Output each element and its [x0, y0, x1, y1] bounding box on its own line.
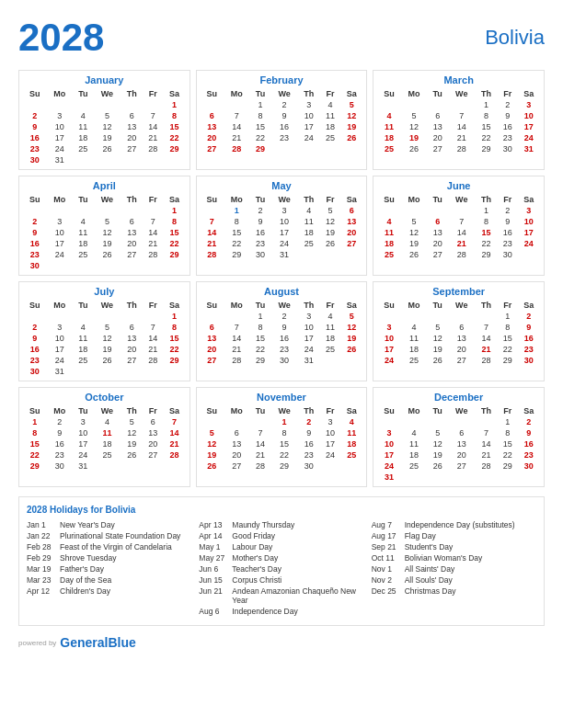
- cal-day: 5: [340, 99, 362, 110]
- cal-day: [401, 205, 428, 216]
- cal-day: 7: [448, 216, 475, 227]
- cal-day: 4: [340, 416, 362, 427]
- cal-day: [377, 311, 400, 322]
- cal-day: 9: [270, 110, 297, 121]
- cal-day: 6: [143, 416, 163, 427]
- cal-day: 24: [73, 449, 94, 461]
- cal-day: [250, 416, 271, 427]
- month-block: SeptemberSuMoTuWeThFrSa12345678910111213…: [373, 281, 545, 381]
- cal-day: [320, 355, 340, 366]
- cal-day: 19: [401, 132, 428, 143]
- cal-day: 20: [121, 238, 143, 249]
- cal-day: 21: [143, 132, 163, 143]
- holiday-name: Independence Day: [232, 607, 297, 616]
- cal-day: [377, 205, 400, 216]
- day-header: Fr: [320, 405, 340, 416]
- holiday-date: Apr 13: [199, 520, 228, 529]
- cal-day: 25: [94, 449, 121, 461]
- cal-day: 8: [498, 427, 518, 438]
- cal-day: 30: [498, 249, 518, 260]
- cal-day: 4: [320, 311, 340, 322]
- cal-day: 24: [320, 449, 340, 461]
- cal-day: 10: [46, 227, 73, 238]
- cal-day: 14: [448, 227, 475, 238]
- cal-day: 2: [250, 205, 271, 216]
- cal-day: 12: [401, 121, 428, 132]
- cal-day: 19: [320, 227, 340, 238]
- cal-day: 19: [94, 132, 121, 143]
- cal-table: SuMoTuWeThFrSa12345678910111213141516171…: [23, 405, 186, 472]
- day-header: We: [448, 405, 475, 416]
- cal-day: 21: [163, 438, 185, 449]
- cal-day: [320, 461, 340, 472]
- cal-day: 19: [340, 333, 362, 344]
- day-header: Mo: [224, 88, 250, 99]
- cal-day: 11: [377, 121, 400, 132]
- cal-day: 17: [377, 449, 400, 461]
- cal-day: 11: [320, 322, 340, 333]
- cal-day: 9: [23, 227, 46, 238]
- day-header: Th: [475, 405, 497, 416]
- cal-day: [121, 260, 143, 271]
- holiday-item: Jan 22Plurinational State Foundation Day: [27, 531, 191, 540]
- holiday-name: Christmas Day: [405, 586, 456, 596]
- cal-day: 16: [518, 438, 540, 449]
- day-header: Tu: [427, 405, 448, 416]
- cal-day: 29: [270, 461, 297, 472]
- cal-table: SuMoTuWeThFrSa12345678910111213141516171…: [23, 300, 186, 377]
- cal-day: 6: [121, 216, 143, 227]
- cal-day: 24: [518, 132, 540, 143]
- holiday-name: Good Friday: [232, 531, 275, 540]
- cal-day: 9: [250, 216, 271, 227]
- holiday-date: Jun 21: [199, 586, 228, 605]
- cal-day: [377, 416, 400, 427]
- month-title: December: [377, 392, 540, 403]
- cal-day: 6: [448, 322, 475, 333]
- cal-day: [518, 472, 540, 483]
- cal-day: 11: [73, 227, 94, 238]
- day-header: Sa: [518, 300, 540, 311]
- cal-day: [340, 355, 362, 366]
- cal-day: 7: [143, 322, 163, 333]
- cal-day: 7: [250, 427, 271, 438]
- cal-day: 2: [298, 416, 320, 427]
- cal-day: 6: [121, 322, 143, 333]
- holiday-name: Children's Day: [60, 586, 110, 596]
- month-title: January: [23, 74, 186, 85]
- holiday-item: Nov 2All Souls' Day: [372, 575, 536, 585]
- cal-day: 30: [23, 154, 46, 165]
- cal-day: [224, 99, 250, 110]
- day-header: Mo: [401, 88, 428, 99]
- cal-day: [201, 99, 224, 110]
- cal-day: [121, 205, 143, 216]
- holiday-date: May 27: [199, 553, 228, 563]
- cal-day: 20: [448, 449, 475, 461]
- holiday-date: Nov 2: [372, 575, 401, 585]
- cal-day: 18: [94, 438, 121, 449]
- cal-day: 21: [448, 132, 475, 143]
- day-header: Su: [201, 88, 224, 99]
- holiday-date: Jan 1: [27, 520, 56, 529]
- day-header: Sa: [340, 405, 362, 416]
- cal-day: 3: [298, 311, 320, 322]
- cal-day: 30: [23, 366, 46, 377]
- cal-day: 10: [298, 322, 320, 333]
- cal-day: 2: [270, 99, 297, 110]
- cal-day: 21: [224, 344, 250, 355]
- cal-day: 3: [73, 416, 94, 427]
- cal-day: 14: [475, 333, 497, 344]
- cal-day: [163, 461, 185, 472]
- cal-day: [163, 154, 185, 165]
- cal-table: SuMoTuWeThFrSa12345678910111213141516171…: [377, 300, 540, 366]
- cal-day: 14: [143, 121, 163, 132]
- cal-day: 8: [250, 110, 271, 121]
- cal-day: 9: [498, 110, 518, 121]
- cal-day: [143, 366, 163, 377]
- cal-day: 10: [46, 121, 73, 132]
- day-header: Sa: [518, 405, 540, 416]
- cal-day: 11: [73, 121, 94, 132]
- holiday-item: Apr 14Good Friday: [199, 531, 363, 540]
- holiday-item: Jun 21Andean Amazonian Chaqueño New Year: [199, 586, 363, 605]
- holiday-name: Bolivian Woman's Day: [405, 553, 483, 563]
- cal-day: 5: [340, 311, 362, 322]
